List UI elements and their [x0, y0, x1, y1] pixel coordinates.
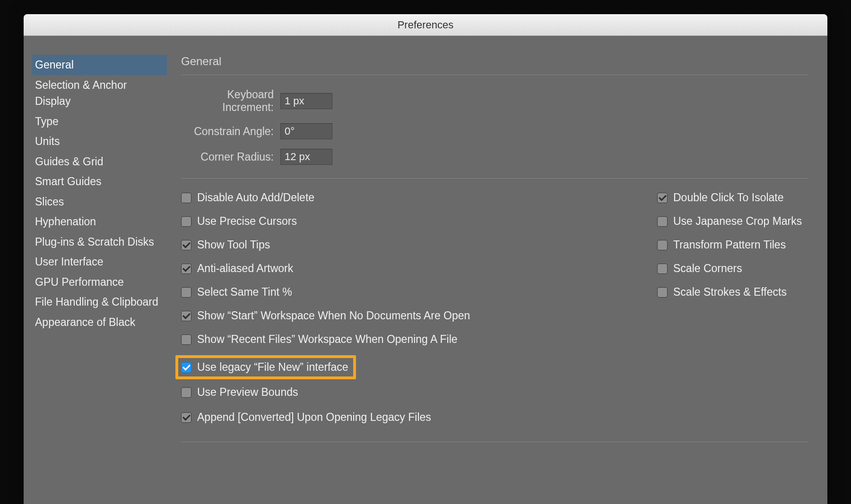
checkbox-label: Show Tool Tips [197, 239, 270, 251]
checkbox-use-legacy-file-new[interactable]: Use legacy “File New” interface [181, 361, 348, 374]
sidebar-item-hyphenation[interactable]: Hyphenation [32, 212, 167, 232]
checkbox-label: Append [Converted] Upon Opening Legacy F… [197, 411, 431, 424]
checkbox-icon [657, 216, 668, 227]
checkbox-column-right: Double Click To Isolate Use Japanese Cro… [657, 190, 808, 433]
checkbox-icon [181, 216, 191, 227]
checkbox-icon [657, 240, 668, 250]
highlight-use-legacy-file-new: Use legacy “File New” interface [175, 355, 356, 379]
checkbox-icon [181, 412, 191, 423]
corner-radius-label: Corner Radius: [181, 151, 280, 163]
checkbox-use-preview-bounds[interactable]: Use Preview Bounds [181, 384, 629, 400]
window-titlebar: Preferences [24, 14, 827, 36]
checkbox-icon [181, 311, 191, 321]
checkbox-disable-auto-add-delete[interactable]: Disable Auto Add/Delete [181, 190, 629, 205]
checkbox-label: Use Precise Cursors [197, 215, 297, 228]
general-fields: Keyboard Increment: Constrain Angle: Cor… [181, 88, 808, 165]
checkbox-anti-aliased-artwork[interactable]: Anti-aliased Artwork [181, 261, 629, 276]
main-panel: General Keyboard Increment: Constrain An… [181, 55, 813, 504]
checkbox-double-click-isolate[interactable]: Double Click To Isolate [657, 190, 808, 205]
sidebar-item-plugins-scratch[interactable]: Plug-ins & Scratch Disks [32, 232, 167, 252]
checkbox-show-tool-tips[interactable]: Show Tool Tips [181, 237, 629, 253]
constrain-angle-input[interactable] [280, 123, 332, 139]
corner-radius-input[interactable] [280, 149, 332, 165]
field-keyboard-increment: Keyboard Increment: [181, 88, 808, 114]
checkbox-show-start-workspace[interactable]: Show “Start” Workspace When No Documents… [181, 308, 629, 324]
sidebar-item-guides-grid[interactable]: Guides & Grid [32, 152, 167, 172]
checkbox-label: Scale Corners [673, 262, 742, 275]
checkbox-icon [181, 240, 191, 250]
window-content: General Selection & Anchor Display Type … [24, 36, 827, 504]
field-corner-radius: Corner Radius: [181, 149, 808, 165]
sidebar-item-general[interactable]: General [32, 55, 167, 75]
checkbox-label: Scale Strokes & Effects [673, 286, 787, 299]
checkbox-icon [181, 264, 191, 274]
checkbox-transform-pattern-tiles[interactable]: Transform Pattern Tiles [657, 237, 808, 253]
checkbox-label: Disable Auto Add/Delete [197, 191, 314, 204]
keyboard-increment-label: Keyboard Increment: [181, 88, 280, 114]
checkbox-label: Select Same Tint % [197, 286, 292, 299]
checkbox-icon [657, 193, 668, 203]
checkbox-use-precise-cursors[interactable]: Use Precise Cursors [181, 214, 629, 229]
checkbox-label: Use Preview Bounds [197, 386, 298, 399]
sidebar-item-appearance-black[interactable]: Appearance of Black [32, 312, 167, 333]
sidebar-item-gpu-performance[interactable]: GPU Performance [32, 272, 167, 292]
checkbox-area: Disable Auto Add/Delete Use Precise Curs… [181, 190, 808, 433]
divider [181, 442, 808, 442]
checkbox-icon [181, 362, 191, 373]
checkbox-japanese-crop-marks[interactable]: Use Japanese Crop Marks [657, 214, 808, 229]
checkbox-icon [181, 387, 191, 398]
sidebar-item-slices[interactable]: Slices [32, 192, 167, 212]
sidebar-item-selection-anchor[interactable]: Selection & Anchor Display [32, 75, 167, 111]
checkbox-icon [181, 193, 191, 203]
checkbox-append-converted[interactable]: Append [Converted] Upon Opening Legacy F… [181, 410, 629, 425]
checkbox-label: Transform Pattern Tiles [673, 239, 786, 251]
checkbox-icon [657, 264, 668, 274]
checkbox-icon [181, 287, 191, 298]
checkbox-icon [181, 334, 191, 345]
panel-title: General [181, 55, 808, 75]
sidebar-item-user-interface[interactable]: User Interface [32, 252, 167, 272]
checkbox-scale-strokes-effects[interactable]: Scale Strokes & Effects [657, 284, 808, 300]
preferences-window: Preferences General Selection & Anchor D… [24, 14, 827, 504]
keyboard-increment-input[interactable] [280, 93, 332, 109]
checkbox-show-recent-files-workspace[interactable]: Show “Recent Files” Workspace When Openi… [181, 332, 629, 347]
checkbox-label: Show “Start” Workspace When No Documents… [197, 309, 470, 322]
sidebar-item-units[interactable]: Units [32, 131, 167, 152]
checkbox-label: Double Click To Isolate [673, 191, 784, 204]
constrain-angle-label: Constrain Angle: [181, 125, 280, 138]
field-constrain-angle: Constrain Angle: [181, 123, 808, 139]
checkbox-label: Use legacy “File New” interface [197, 361, 348, 374]
checkbox-column-left: Disable Auto Add/Delete Use Precise Curs… [181, 190, 629, 433]
divider [181, 178, 808, 179]
checkbox-scale-corners[interactable]: Scale Corners [657, 261, 808, 276]
checkbox-label: Show “Recent Files” Workspace When Openi… [197, 333, 458, 346]
checkbox-label: Use Japanese Crop Marks [673, 215, 802, 228]
window-title: Preferences [398, 19, 454, 31]
sidebar-item-file-handling-clipboard[interactable]: File Handling & Clipboard [32, 292, 167, 312]
checkbox-label: Anti-aliased Artwork [197, 262, 293, 275]
checkbox-icon [657, 287, 668, 298]
sidebar-item-type[interactable]: Type [32, 111, 167, 132]
checkbox-select-same-tint[interactable]: Select Same Tint % [181, 284, 629, 300]
sidebar-item-smart-guides[interactable]: Smart Guides [32, 171, 167, 192]
sidebar: General Selection & Anchor Display Type … [32, 55, 167, 504]
